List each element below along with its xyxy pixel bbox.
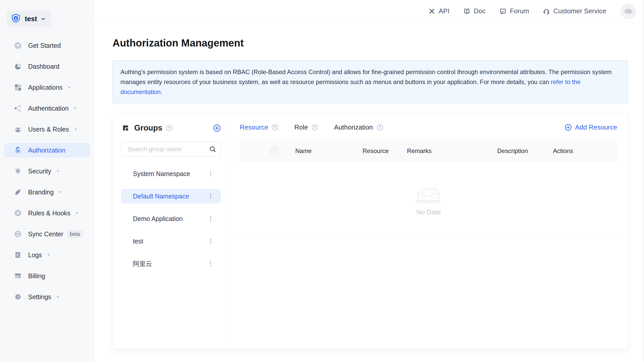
svg-text:?: ? (168, 126, 170, 130)
groups-icon (121, 124, 130, 132)
topbar: API Doc Forum Customer Service (94, 0, 644, 22)
group-search-input[interactable] (127, 145, 209, 153)
kebab-menu-icon[interactable] (208, 236, 213, 246)
column-header-actions: Actions (553, 147, 617, 155)
add-resource-label: Add Resource (575, 123, 617, 131)
sidebar-item-security[interactable]: Security (4, 164, 90, 178)
app-root: test Get Started Dashboard Applications (0, 0, 644, 362)
group-list: System Namespace Default Namespace Demo … (121, 166, 221, 271)
chevron-down-icon (73, 106, 77, 111)
authorization-card: Groups ? System Namespace (112, 114, 628, 349)
empty-state-text: No Data (416, 208, 440, 216)
tab-label: Resource (240, 123, 268, 131)
authorization-help-icon[interactable]: ? (376, 124, 383, 131)
tab-resource[interactable]: Resource ? (240, 123, 278, 131)
sidebar-item-label: Security (28, 168, 51, 175)
forum-link[interactable]: Forum (499, 7, 529, 15)
group-item-default-namespace[interactable]: Default Namespace (121, 189, 221, 204)
sidebar-item-sync-center[interactable]: Sync Center beta (4, 227, 90, 241)
group-item-label: 阿里云 (133, 260, 208, 268)
group-item-label: test (133, 238, 208, 245)
customer-service-link[interactable]: Customer Service (543, 7, 606, 15)
sidebar-item-label: Settings (28, 293, 51, 301)
group-item-label: System Namespace (133, 170, 208, 178)
chevron-down-icon (46, 253, 51, 257)
sidebar-item-label: Billing (28, 272, 45, 280)
chevron-down-icon (40, 16, 46, 22)
kebab-menu-icon[interactable] (208, 214, 213, 224)
main-area: API Doc Forum Customer Service Authoriza… (94, 0, 644, 362)
groups-help-icon[interactable]: ? (166, 125, 173, 132)
sidebar-item-branding[interactable]: Branding (4, 185, 90, 199)
group-item-label: Default Namespace (133, 193, 208, 200)
add-group-button[interactable] (213, 124, 221, 132)
sidebar-nav: Get Started Dashboard Applications Authe… (0, 38, 94, 304)
group-item-demo-application[interactable]: Demo Application (121, 211, 221, 226)
sidebar-item-rules-hooks[interactable]: A Rules & Hooks (4, 206, 90, 220)
kebab-menu-icon[interactable] (208, 259, 213, 268)
share-icon (14, 104, 22, 112)
add-resource-button[interactable]: Add Resource (564, 123, 617, 131)
users-icon (14, 125, 22, 133)
svg-text:?: ? (314, 125, 316, 129)
workspace-name: test (25, 15, 37, 23)
letter-a-icon: A (14, 209, 22, 217)
forum-label: Forum (510, 7, 529, 15)
sidebar-item-billing[interactable]: Billing (4, 269, 90, 283)
user-avatar[interactable] (620, 3, 636, 19)
api-label: API (439, 7, 449, 15)
tools-icon (428, 8, 435, 15)
sidebar-item-dashboard[interactable]: Dashboard (4, 59, 90, 74)
workspace-switcher[interactable]: test (7, 11, 51, 27)
chevron-down-icon (55, 169, 60, 173)
wallet-icon (14, 272, 22, 280)
customer-service-label: Customer Service (553, 7, 606, 15)
sidebar-item-settings[interactable]: Settings (4, 290, 90, 304)
sidebar-item-label: Sync Center (28, 230, 63, 238)
resource-help-icon[interactable]: ? (272, 124, 278, 131)
book-icon (463, 8, 470, 15)
search-icon[interactable] (209, 145, 217, 153)
sidebar-item-applications[interactable]: Applications (4, 80, 90, 95)
resource-panel: Resource ? Role ? Authorization ? (230, 114, 627, 349)
group-item-aliyun[interactable]: 阿里云 (121, 256, 221, 271)
sidebar-item-logs[interactable]: Logs (4, 248, 90, 262)
sidebar-item-get-started[interactable]: Get Started (4, 38, 90, 53)
sidebar-item-label: Logs (28, 251, 42, 259)
robot-icon (623, 6, 634, 16)
group-item-test[interactable]: test (121, 234, 221, 249)
doc-link[interactable]: Doc (463, 7, 485, 15)
groups-title: Groups (134, 123, 162, 133)
groups-panel: Groups ? System Namespace (113, 114, 230, 349)
kebab-menu-icon[interactable] (208, 191, 213, 201)
select-all-checkbox-wrap (270, 147, 278, 155)
api-link[interactable]: API (428, 7, 449, 15)
tab-authorization[interactable]: Authorization ? (334, 123, 383, 131)
sidebar-item-authentication[interactable]: Authentication (4, 101, 90, 115)
sidebar-item-users-roles[interactable]: Users & Roles (4, 122, 90, 136)
workspace-logo-shield-icon (10, 13, 21, 25)
tab-role[interactable]: Role ? (294, 123, 318, 131)
sidebar-item-authorization[interactable]: Authorization (4, 143, 90, 157)
svg-text:?: ? (379, 125, 381, 129)
sidebar-item-label: Get Started (28, 42, 61, 49)
chevron-down-icon (67, 85, 72, 90)
chevron-down-icon (55, 295, 60, 299)
empty-state: No Data (240, 161, 617, 237)
role-help-icon[interactable]: ? (311, 124, 318, 131)
svg-text:A: A (16, 211, 19, 215)
chat-icon (499, 8, 506, 15)
sync-icon (14, 230, 22, 238)
apps-icon (14, 83, 22, 91)
sidebar-item-label: Applications (28, 84, 63, 91)
group-item-system-namespace[interactable]: System Namespace (121, 166, 221, 181)
sidebar-item-label: Users & Roles (28, 126, 69, 133)
info-banner: Authing's permission system is based on … (112, 61, 628, 103)
pie-chart-icon (14, 62, 22, 71)
sidebar-item-label: Branding (28, 189, 54, 196)
info-text-period: . (161, 88, 162, 95)
beta-badge: beta (67, 230, 83, 238)
tabs-bar: Resource ? Role ? Authorization ? (240, 123, 617, 131)
kebab-menu-icon[interactable] (208, 169, 213, 179)
select-all-checkbox[interactable] (270, 147, 278, 155)
